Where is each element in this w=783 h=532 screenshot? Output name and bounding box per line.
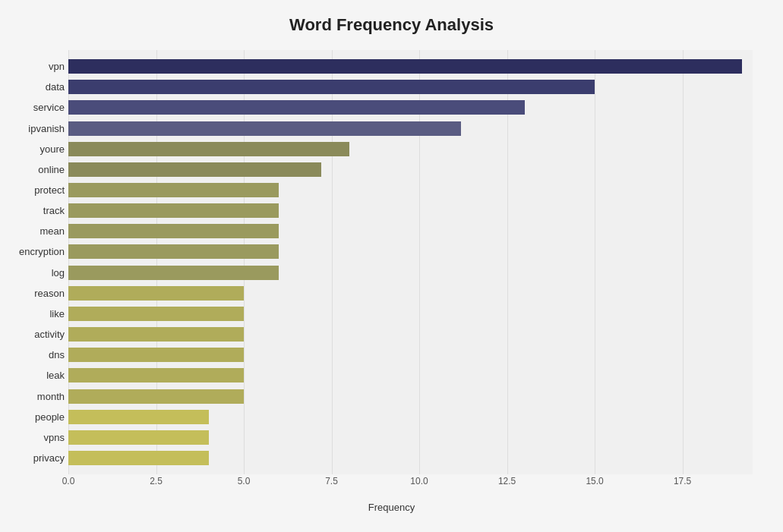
- bar: [68, 80, 595, 94]
- bar: [68, 307, 244, 321]
- bar: [68, 286, 244, 301]
- bar-row: activity: [68, 324, 753, 345]
- bar-row: ipvanish: [68, 118, 753, 138]
- bar: [68, 389, 244, 404]
- bar-row: youre: [68, 139, 753, 159]
- bar-row: month: [68, 386, 753, 407]
- bar-row: protect: [68, 180, 753, 200]
- bar-label: vpns: [0, 432, 65, 443]
- bar-label: online: [0, 164, 65, 175]
- bar-row: data: [68, 77, 753, 97]
- bar-label: mean: [0, 225, 65, 237]
- bar-label: encryption: [0, 246, 65, 257]
- bar: [68, 162, 321, 177]
- bar-label: privacy: [0, 452, 65, 464]
- bar-row: service: [68, 97, 753, 118]
- bar-label: reason: [0, 288, 65, 299]
- x-tick-label: 0.0: [62, 476, 75, 486]
- bar-label: data: [0, 81, 65, 93]
- bar-label: dns: [0, 349, 65, 360]
- bar: [68, 59, 742, 74]
- bar: [68, 142, 349, 156]
- x-tick-label: 2.5: [150, 476, 163, 486]
- bar-label: youre: [0, 143, 65, 155]
- bar-label: activity: [0, 329, 65, 340]
- bar: [68, 368, 244, 382]
- bar-row: privacy: [68, 448, 753, 468]
- bar-row: vpns: [68, 427, 753, 448]
- bar-row: track: [68, 200, 753, 221]
- bar-label: track: [0, 205, 65, 216]
- bar: [68, 183, 279, 197]
- x-axis-label: Frequency: [30, 502, 753, 513]
- bar-label: like: [0, 308, 65, 320]
- bars-wrapper: vpndataserviceipvanishyoureonlineprotect…: [68, 50, 753, 474]
- bar-label: log: [0, 267, 65, 279]
- bar: [68, 451, 209, 465]
- bar-label: leak: [0, 370, 65, 381]
- bar-label: people: [0, 411, 65, 423]
- bar-row: encryption: [68, 241, 753, 262]
- bar-row: dns: [68, 345, 753, 365]
- chart-container: Word Frequency Analysis vpndataserviceip…: [0, 0, 783, 532]
- bar: [68, 121, 461, 136]
- bar: [68, 410, 209, 424]
- bar-row: reason: [68, 283, 753, 304]
- bar: [68, 430, 209, 445]
- bar: [68, 203, 279, 218]
- bar: [68, 244, 279, 259]
- bar-label: ipvanish: [0, 123, 65, 134]
- x-tick-label: 10.0: [410, 476, 428, 486]
- bar-row: people: [68, 407, 753, 427]
- x-tick-label: 17.5: [674, 476, 691, 486]
- bar-row: online: [68, 159, 753, 180]
- bar-label: vpn: [0, 61, 65, 72]
- bar-label: month: [0, 391, 65, 402]
- bar-row: leak: [68, 365, 753, 386]
- x-tick-label: 15.0: [586, 476, 603, 486]
- chart-title: Word Frequency Analysis: [30, 15, 753, 35]
- bar-row: like: [68, 304, 753, 324]
- bar: [68, 266, 279, 280]
- x-tick-label: 12.5: [498, 476, 516, 486]
- bar-label: service: [0, 102, 65, 113]
- x-tick-label: 7.5: [325, 476, 338, 486]
- x-tick-label: 5.0: [238, 476, 251, 486]
- bar: [68, 327, 244, 342]
- bar-row: mean: [68, 221, 753, 241]
- bar: [68, 348, 244, 362]
- bar: [68, 100, 525, 115]
- bar-label: protect: [0, 184, 65, 196]
- bar-row: vpn: [68, 56, 753, 77]
- x-axis: 0.02.55.07.510.012.515.017.5: [68, 476, 753, 499]
- bar: [68, 224, 279, 238]
- bar-row: log: [68, 263, 753, 283]
